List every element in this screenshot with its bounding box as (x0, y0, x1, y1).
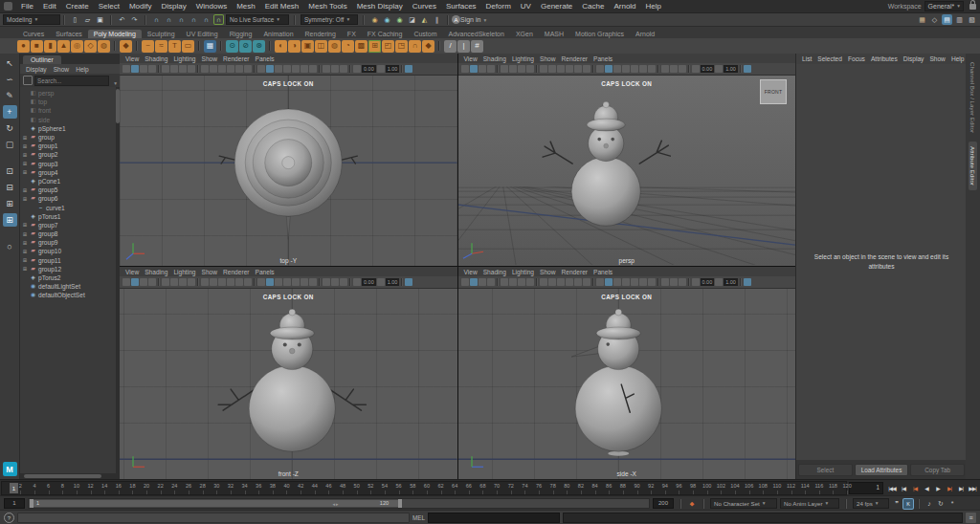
open-scene-icon[interactable]: ▱ (82, 14, 93, 25)
render-sequence-icon[interactable]: ◉ (394, 14, 405, 25)
shelf-tab-rendering[interactable]: Rendering (300, 30, 342, 38)
viewport-menu-show[interactable]: Show (199, 269, 221, 275)
filter-icon[interactable] (23, 76, 33, 85)
viewport-persp[interactable]: ViewShadingLightingShowRendererPanels 0.… (458, 54, 796, 266)
screen-space-ao-icon[interactable] (301, 65, 308, 73)
xray-mode-icon[interactable] (670, 65, 678, 73)
isolate-select-icon[interactable] (340, 278, 347, 286)
human-ik-icon[interactable]: ⊛ (253, 40, 265, 53)
boolean-union-icon[interactable]: ◍ (328, 40, 341, 53)
bridge-icon[interactable]: ∩ (409, 40, 421, 53)
combine-icon[interactable]: ▣ (301, 40, 314, 53)
viewport-menu-panels[interactable]: Panels (590, 269, 615, 275)
use-all-lights-icon[interactable] (622, 278, 630, 286)
poly-disc-icon[interactable]: ◍ (98, 40, 110, 53)
character-controls-toggle-icon[interactable]: ◇ (929, 14, 940, 25)
render-settings-icon[interactable]: ◪ (407, 14, 417, 25)
shelf-tab-poly-modeling[interactable]: Poly Modeling (88, 30, 142, 38)
exposure-field[interactable]: 0.00 (701, 65, 715, 73)
tool-settings-toggle-icon[interactable]: ▥ (954, 14, 965, 25)
gamma-field[interactable]: 1.00 (386, 278, 400, 286)
menu-edit-mesh[interactable]: Edit Mesh (260, 2, 304, 11)
viewport-renderer-icon[interactable] (405, 65, 412, 73)
symmetry-display-icon[interactable] (661, 278, 669, 286)
attribute-editor-toggle-icon[interactable]: ▤ (942, 14, 952, 25)
expand-icon[interactable]: ⊞ (22, 240, 28, 246)
menu-set-selector[interactable]: Modeling (3, 14, 60, 25)
wireframe-mode-icon[interactable] (596, 278, 604, 286)
resolution-gate-icon[interactable] (210, 65, 217, 73)
field-chart-icon[interactable] (566, 65, 573, 73)
image-plane-icon[interactable] (162, 278, 169, 286)
auto-keyframe-icon[interactable]: K (903, 499, 913, 509)
image-plane-icon[interactable] (501, 278, 508, 286)
exposure-field[interactable]: 0.00 (701, 278, 715, 286)
outliner-item-defaultobjectset[interactable]: ◉defaultObjectSet (22, 291, 120, 299)
menu-uv[interactable]: UV (516, 2, 536, 11)
gate-mask-icon[interactable] (218, 278, 226, 286)
range-grip[interactable]: ◂▸ (333, 501, 340, 507)
split-pane-layout-button[interactable]: ⊞ (3, 197, 17, 210)
motion-blur-icon[interactable] (648, 278, 656, 286)
shelf-tab-advancedskeleton[interactable]: AdvancedSkeleton (443, 30, 510, 38)
ae-menu-attributes[interactable]: Attributes (868, 55, 901, 62)
channel-box-toggle-icon[interactable]: ▧ (967, 14, 977, 25)
range-slider-track[interactable]: 1 120 ◂▸ (28, 498, 650, 509)
gate-mask-icon[interactable] (557, 278, 565, 286)
viewport-canvas-side[interactable]: CAPS LOCK ON side -X (458, 289, 796, 479)
viewport-menu-panels[interactable]: Panels (253, 55, 278, 62)
safe-action-icon[interactable] (235, 278, 243, 286)
outliner-item-persp[interactable]: ◧persp (22, 89, 120, 98)
grid-toggle-icon[interactable] (188, 278, 195, 286)
new-scene-icon[interactable]: ▯ (70, 14, 80, 25)
expand-icon[interactable]: ⊞ (22, 187, 28, 193)
field-chart-icon[interactable] (227, 278, 234, 286)
render-current-frame-icon[interactable]: ◉ (369, 14, 380, 25)
lock-camera-icon[interactable] (470, 65, 478, 73)
resolution-gate-icon[interactable] (210, 278, 217, 286)
move-tool-icon[interactable]: + (3, 105, 17, 119)
grease-pencil-icon[interactable] (179, 278, 187, 286)
single-pane-layout-button[interactable]: ⊡ (3, 164, 17, 178)
range-end-handle[interactable] (398, 499, 402, 508)
expand-icon[interactable]: ⊞ (22, 222, 28, 228)
use-all-lights-icon[interactable] (283, 278, 291, 286)
shelf-tab-animation[interactable]: Animation (257, 30, 299, 38)
bookmarks-icon[interactable] (148, 65, 156, 73)
select-camera-icon[interactable] (461, 278, 469, 286)
go-to-start-button[interactable]: |◀◀ (886, 486, 898, 491)
bookmarks-icon[interactable] (148, 278, 156, 286)
playback-start-field[interactable]: 1 (4, 498, 25, 509)
poly-torus-icon[interactable]: ◎ (71, 40, 83, 53)
exposure-icon[interactable] (353, 278, 361, 286)
two-d-pan-zoom-icon[interactable] (170, 278, 178, 286)
shadows-toggle-icon[interactable] (292, 65, 300, 73)
paint-selection-tool-icon[interactable]: ✎ (3, 89, 17, 102)
flip-icon[interactable]: ◑ (288, 40, 301, 53)
outliner-item-group4[interactable]: ⊞▰group4 (22, 168, 120, 177)
outliner-menu-show[interactable]: Show (51, 66, 73, 73)
shaded-mode-icon[interactable] (605, 65, 612, 73)
screen-space-ao-icon[interactable] (639, 65, 647, 73)
exposure-icon[interactable] (353, 65, 361, 73)
viewport-canvas-front[interactable]: CAPS LOCK ON front -Z (120, 289, 457, 479)
command-input[interactable] (428, 513, 560, 523)
animation-end-field[interactable]: 200 (653, 498, 674, 509)
viewport-menu-renderer[interactable]: Renderer (220, 55, 253, 62)
signin-label[interactable]: Sign in (460, 16, 480, 23)
outliner-item-ptorus1[interactable]: ◈pTorus1 (22, 212, 120, 221)
outliner-item-ptorus2[interactable]: ◈pTorus2 (22, 273, 120, 282)
viewport-menu-panels[interactable]: Panels (590, 55, 615, 62)
save-scene-icon[interactable]: ▣ (95, 14, 105, 25)
ae-menu-help[interactable]: Help (948, 55, 968, 62)
outliner-item-group11[interactable]: ⊞▰group11 (22, 256, 120, 265)
shelf-tab-custom[interactable]: Custom (408, 30, 442, 38)
two-d-pan-zoom-icon[interactable] (170, 65, 178, 73)
lasso-tool-icon[interactable]: ∽ (3, 73, 17, 86)
outliner-item-group9[interactable]: ⊞▰group9 (22, 238, 120, 247)
outliner-item-top[interactable]: ◧top (22, 98, 120, 106)
bookmarks-icon[interactable] (487, 65, 495, 73)
joint-tool-icon[interactable]: ⊙ (226, 40, 238, 53)
menu-display[interactable]: Display (157, 2, 191, 11)
lock-camera-icon[interactable] (470, 278, 478, 286)
